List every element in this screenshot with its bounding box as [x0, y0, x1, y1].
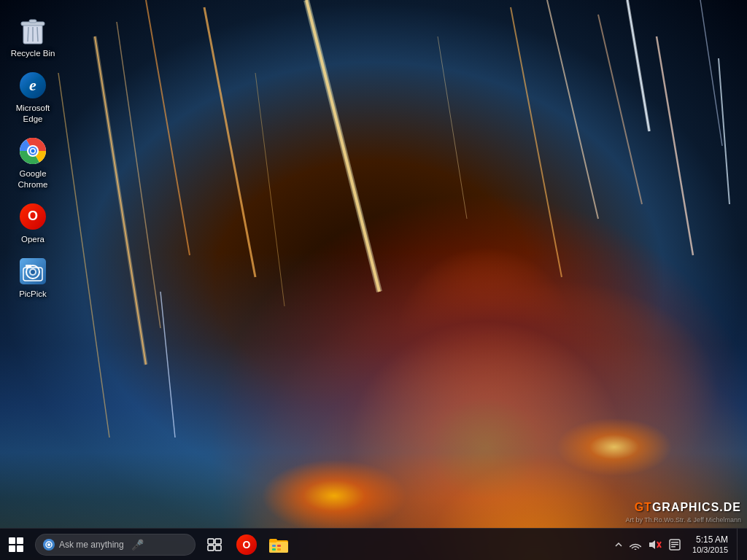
svg-point-29	[31, 149, 35, 152]
svg-rect-39	[215, 539, 221, 544]
svg-rect-45	[272, 545, 276, 547]
network-icon	[630, 540, 641, 550]
svg-rect-48	[277, 548, 281, 551]
google-chrome-icon[interactable]: Google Chrome	[3, 133, 63, 193]
task-view-button[interactable]	[198, 529, 231, 561]
speaker-icon-button[interactable]	[646, 529, 665, 561]
svg-rect-56	[671, 546, 676, 548]
svg-rect-44	[269, 539, 277, 542]
search-bar[interactable]: Ask me anything 🎤	[35, 534, 196, 556]
notification-button[interactable]	[666, 529, 684, 561]
svg-line-24	[37, 27, 38, 42]
cortana-icon	[43, 539, 55, 551]
picpick-label: PicPick	[19, 289, 47, 300]
svg-point-33	[31, 270, 35, 274]
chrome-svg	[20, 138, 46, 164]
opera-svg: O	[20, 203, 46, 230]
edge-image: e	[18, 71, 47, 100]
watermark-subtitle: Art by Th.Ro.Wo.Str. & Jeff Michelmann	[625, 516, 741, 525]
svg-rect-21	[29, 20, 36, 23]
recycle-bin-label: Recycle Bin	[11, 48, 55, 59]
chrome-image	[18, 136, 47, 166]
svg-rect-55	[671, 544, 678, 545]
network-icon-button[interactable]	[627, 529, 644, 561]
picpick-icon[interactable]: PicPick	[3, 254, 63, 303]
picpick-image	[18, 257, 47, 286]
clock[interactable]: 5:15 AM 10/3/2015	[685, 529, 735, 561]
clock-time: 5:15 AM	[696, 534, 728, 545]
google-chrome-label: Google Chrome	[7, 168, 58, 190]
impact-crater-right	[556, 418, 673, 476]
microsoft-edge-icon[interactable]: e Microsoft Edge	[3, 68, 63, 128]
svg-line-22	[28, 27, 28, 42]
task-view-icon	[207, 538, 222, 551]
clock-date: 10/3/2015	[692, 545, 728, 554]
file-explorer-icon	[269, 537, 288, 553]
search-placeholder: Ask me anything	[59, 540, 124, 550]
desktop-icons: Recycle Bin e Microsoft Edge	[0, 7, 66, 308]
svg-marker-50	[649, 540, 655, 549]
opera-label: Opera	[21, 234, 44, 245]
recycle-bin-image	[18, 16, 47, 45]
opera-image: O	[18, 202, 47, 231]
notification-icon	[669, 539, 681, 551]
impact-crater-left	[261, 459, 407, 532]
recycle-bin-svg	[20, 16, 46, 45]
opera-icon[interactable]: O Opera	[3, 199, 63, 248]
start-button[interactable]	[0, 529, 32, 561]
svg-rect-41	[215, 545, 221, 551]
svg-rect-38	[208, 539, 214, 544]
watermark-brand: GTGRAPHICS.DE	[625, 499, 741, 516]
opera-taskbar-icon: O	[236, 534, 257, 555]
show-hidden-icons-button[interactable]	[612, 529, 625, 561]
chevron-up-icon	[615, 541, 622, 548]
desktop: GTGRAPHICS.DE Art by Th.Ro.Wo.Str. & Jef…	[0, 0, 747, 560]
recycle-bin-icon[interactable]: Recycle Bin	[3, 13, 63, 62]
edge-svg: e	[20, 72, 46, 98]
svg-rect-46	[277, 545, 281, 547]
speaker-muted-icon	[649, 539, 662, 551]
opera-taskbar-button[interactable]: O	[231, 529, 263, 561]
windows-logo	[9, 537, 23, 552]
svg-point-37	[47, 543, 50, 546]
microphone-icon[interactable]: 🎤	[131, 539, 144, 551]
svg-rect-43	[269, 542, 288, 553]
microsoft-edge-label: Microsoft Edge	[7, 103, 58, 125]
svg-point-49	[635, 548, 637, 550]
file-explorer-button[interactable]	[263, 529, 295, 561]
svg-rect-40	[208, 545, 214, 551]
taskbar: Ask me anything 🎤 O	[0, 528, 747, 560]
system-tray: 5:15 AM 10/3/2015	[612, 529, 747, 561]
svg-rect-54	[671, 542, 678, 543]
show-desktop-button[interactable]	[737, 529, 743, 561]
picpick-svg	[20, 258, 46, 284]
watermark: GTGRAPHICS.DE Art by Th.Ro.Wo.Str. & Jef…	[625, 499, 741, 525]
svg-rect-47	[272, 548, 276, 551]
